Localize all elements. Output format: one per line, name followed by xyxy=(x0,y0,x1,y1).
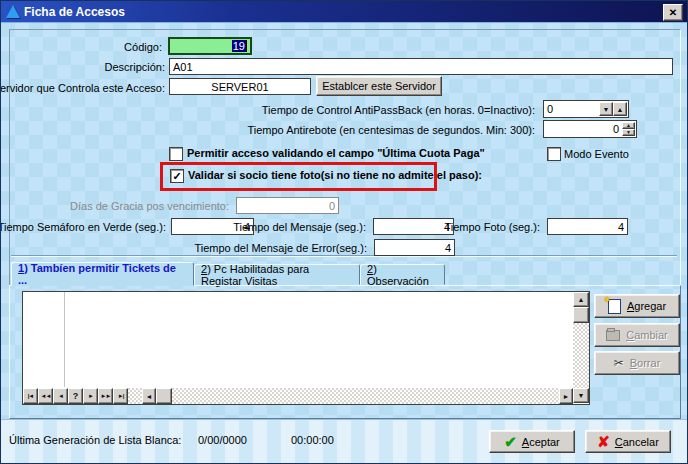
tab-pc-habilitadas[interactable]: 2) Pc Habilitadas para Registar Visitas xyxy=(194,264,360,285)
foto-value: 4 xyxy=(618,221,624,233)
tab-observacion[interactable]: 2) Observación xyxy=(360,264,445,285)
tab-label: 2) Pc Habilitadas para Registar Visitas xyxy=(201,263,353,287)
antirebote-input[interactable]: 0 ▲ ▼ xyxy=(543,120,637,138)
modo-evento-checkbox[interactable] xyxy=(547,147,561,161)
ultima-cuota-checkbox[interactable] xyxy=(169,147,183,161)
chevron-down-icon: ▼ xyxy=(603,106,610,113)
scroll-down-icon[interactable]: ▼ xyxy=(573,388,589,403)
spinner-up-icon[interactable]: ▲ xyxy=(622,122,635,129)
green-check-icon: ✔ xyxy=(504,433,517,451)
establecer-servidor-button[interactable]: Establcer este Servidor xyxy=(316,76,442,96)
antirebote-label: Tiempo Antirebote (en centesimas de segu… xyxy=(247,124,535,136)
aceptar-label: Aceptar xyxy=(522,436,560,448)
checkmark-icon: ✓ xyxy=(172,171,181,182)
horizontal-scroll-thumb[interactable] xyxy=(156,388,172,404)
antipassback-label: Tiempo de Control AntiPassBack (en horas… xyxy=(262,104,535,116)
scroll-right-icon[interactable]: ► xyxy=(559,388,573,404)
mensaje-error-value: 4 xyxy=(445,242,451,254)
vertical-scrollbar[interactable]: ▲ ▼ xyxy=(573,292,589,404)
close-icon: ✕ xyxy=(669,8,677,18)
borrar-button[interactable]: ✂ Borrar xyxy=(594,351,680,375)
mensaje-input[interactable]: 4 xyxy=(373,218,454,235)
tab-tickets[interactable]: 1) Tambíen permitir Tickets de ... xyxy=(11,262,194,286)
ultima-cuota-label[interactable]: Permitir acceso validando el campo "Últi… xyxy=(187,147,485,159)
antipassback-input[interactable]: 0 ▼ ▲ xyxy=(543,100,629,118)
new-item-icon: ✶ xyxy=(608,299,621,314)
dialog-body: Código: 19 Descripción: A01 Servidor que… xyxy=(1,23,687,463)
grid-column-divider xyxy=(64,292,65,387)
foto-input[interactable]: 4 xyxy=(547,218,628,235)
mensaje-error-input[interactable]: 4 xyxy=(374,239,455,256)
codigo-input[interactable]: 19 xyxy=(168,37,252,55)
servidor-label: Servidor que Controla este Acceso: xyxy=(0,82,165,94)
window-title: Ficha de Accesos xyxy=(24,5,125,19)
scroll-up-icon[interactable]: ▲ xyxy=(573,292,589,307)
tab-label: 2) Observación xyxy=(367,263,438,287)
borrar-label: Borrar xyxy=(630,357,661,369)
validar-foto-checkbox[interactable]: ✓ xyxy=(170,169,184,183)
mensaje-error-label: Tiempo del Mensaje de Error(seg.): xyxy=(194,242,367,254)
scroll-left-icon[interactable]: ◄ xyxy=(142,388,156,404)
semaforo-label: Tiempo Semáforo en Verde (seg.): xyxy=(0,221,166,233)
tab-page: ▲ ▼ |◄ ◄◄ ◄ ? ► ►► ►| ◄ ► xyxy=(9,285,681,419)
cancelar-label: Cancelar xyxy=(615,436,659,448)
chevron-up-icon: ▲ xyxy=(617,106,624,113)
antipassback-value: 0 xyxy=(547,103,553,115)
vertical-scroll-track[interactable] xyxy=(573,323,589,388)
tickets-grid[interactable]: ▲ ▼ |◄ ◄◄ ◄ ? ► ►► ►| ◄ ► xyxy=(22,291,590,405)
grid-bottom-strip: |◄ ◄◄ ◄ ? ► ►► ►| ◄ ► xyxy=(23,388,573,404)
agregar-button[interactable]: ✶ Agregar xyxy=(594,294,680,318)
nav-help-button[interactable]: ? xyxy=(68,388,83,404)
servidor-input[interactable]: SERVER01 xyxy=(169,78,311,95)
cancelar-button[interactable]: ✘ Cancelar xyxy=(585,430,671,453)
sparkle-icon: ✶ xyxy=(603,294,611,305)
nav-first-button[interactable]: |◄ xyxy=(23,388,38,404)
title-bar[interactable]: Ficha de Accesos ✕ xyxy=(1,1,687,23)
ficha-de-accesos-dialog: Ficha de Accesos ✕ Código: 19 Descripció… xyxy=(0,0,688,464)
lista-blanca-date: 0/00/0000 xyxy=(198,434,247,446)
red-x-icon: ✘ xyxy=(597,433,610,451)
antipassback-up-button[interactable]: ▲ xyxy=(613,102,627,116)
text-cursor xyxy=(246,40,247,52)
tab-label: 1) Tambíen permitir Tickets de ... xyxy=(18,262,187,286)
h-scroll-track[interactable] xyxy=(128,388,142,404)
dias-gracia-value: 0 xyxy=(329,200,335,212)
dias-gracia-label: Días de Gracia pos vencimiento: xyxy=(70,200,229,212)
h-scroll-track[interactable] xyxy=(172,388,559,404)
section-divider xyxy=(11,255,677,257)
dias-gracia-input: 0 xyxy=(236,197,339,214)
aceptar-button[interactable]: ✔ Aceptar xyxy=(489,430,575,453)
nav-last-button[interactable]: ►| xyxy=(113,388,128,404)
lista-blanca-label: Última Generación de Lista Blanca: xyxy=(9,434,181,446)
spinner-down-icon[interactable]: ▼ xyxy=(622,129,635,136)
nav-prev-button[interactable]: ◄ xyxy=(53,388,68,404)
cambiar-label: Cambiar xyxy=(626,329,668,341)
descripcion-input[interactable]: A01 xyxy=(169,58,673,75)
descripcion-label: Descripción: xyxy=(104,61,165,73)
mensaje-label: Tiempo del Mensaje (seg.): xyxy=(233,221,366,233)
edit-item-icon xyxy=(606,330,620,341)
antirebote-value: 0 xyxy=(613,123,619,135)
antipassback-dropdown-button[interactable]: ▼ xyxy=(599,102,613,116)
footer-bar: Última Generación de Lista Blanca: 0/00/… xyxy=(1,419,687,463)
vertical-scroll-thumb[interactable] xyxy=(573,307,589,323)
antirebote-spinner[interactable]: ▲ ▼ xyxy=(622,122,635,136)
foto-label: Tiempo Foto (seg.): xyxy=(444,221,540,233)
scissors-icon: ✂ xyxy=(614,356,624,370)
nav-prev-page-button[interactable]: ◄◄ xyxy=(38,388,53,404)
agregar-label: Agregar xyxy=(627,300,666,312)
close-button[interactable]: ✕ xyxy=(663,4,683,21)
cambiar-button[interactable]: Cambiar xyxy=(594,323,680,347)
modo-evento-label[interactable]: Modo Evento xyxy=(564,148,629,160)
validar-foto-label[interactable]: Validar si socio tiene foto(si no tiene … xyxy=(188,169,482,181)
nav-next-button[interactable]: ► xyxy=(83,388,98,404)
codigo-label: Código: xyxy=(124,41,162,53)
codigo-selected-value: 19 xyxy=(232,40,246,52)
servidor-value: SERVER01 xyxy=(211,81,268,93)
lista-blanca-time: 00:00:00 xyxy=(291,434,334,446)
nav-next-page-button[interactable]: ►► xyxy=(98,388,113,404)
app-logo-icon xyxy=(6,5,20,18)
descripcion-value: A01 xyxy=(173,61,193,73)
